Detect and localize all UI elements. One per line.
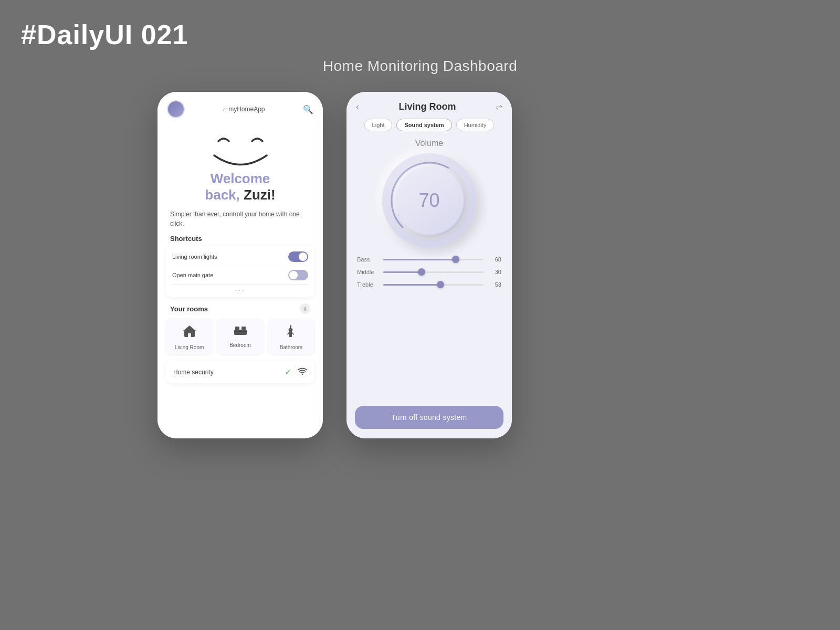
- toggle-lights[interactable]: [288, 251, 308, 262]
- room-icon-living: [183, 324, 196, 341]
- toggle-knob-gate: [289, 271, 298, 279]
- slider-thumb-middle[interactable]: [418, 268, 425, 276]
- knob-inner: 70: [395, 166, 464, 235]
- svg-point-13: [302, 374, 303, 375]
- bottom-btn-area: Turn off sound system: [346, 406, 512, 438]
- back-button[interactable]: ‹: [356, 101, 359, 112]
- shortcut-label-2: Open main gate: [172, 272, 213, 278]
- home-security-row: Home security ✓: [166, 361, 314, 383]
- rooms-label: Your rooms: [170, 305, 208, 313]
- slider-val-bass: 68: [489, 256, 501, 262]
- left-topbar: ⌂ myHomeApp 🔍: [158, 92, 323, 122]
- avatar: [167, 100, 185, 118]
- tab-humidity[interactable]: Humidity: [456, 119, 495, 131]
- tab-light[interactable]: Light: [364, 119, 393, 131]
- slider-fill-bass: [383, 259, 456, 260]
- slider-row-middle: Middle 30: [357, 269, 501, 275]
- security-label: Home security: [173, 369, 214, 376]
- shortcuts-box: Living room lights Open main gate ···: [166, 246, 314, 297]
- slider-label-middle: Middle: [357, 269, 378, 275]
- room-icon-bedroom: [234, 324, 247, 339]
- svg-rect-2: [188, 333, 191, 337]
- smiley-svg: [198, 127, 282, 169]
- slider-row-treble: Treble 53: [357, 281, 501, 288]
- room-name-living: Living Room: [175, 344, 204, 350]
- knob-area: 70: [346, 153, 512, 256]
- home-icon: ⌂: [223, 106, 226, 112]
- toggle-gate[interactable]: [288, 270, 308, 280]
- room-name-bedroom: Bedroom: [229, 342, 251, 348]
- right-phone: ‹ Living Room ⇌ Light Sound system Humid…: [346, 92, 512, 438]
- svg-rect-6: [242, 327, 246, 331]
- left-phone: ⌂ myHomeApp 🔍 Welcome back, Zuzi!: [158, 92, 323, 438]
- security-icons: ✓: [285, 367, 307, 377]
- volume-value: 70: [418, 190, 439, 212]
- app-name-label: myHomeApp: [228, 106, 265, 113]
- slider-fill-treble: [383, 284, 440, 286]
- slider-track-middle[interactable]: [383, 271, 484, 273]
- volume-label: Volume: [346, 139, 512, 148]
- page-tag: #DailyUI 021: [21, 19, 188, 50]
- search-icon[interactable]: 🔍: [303, 104, 313, 114]
- rooms-grid: Living Room Bedroom: [158, 318, 323, 361]
- app-name-row: ⌂ myHomeApp: [223, 106, 265, 113]
- welcome-line1: Welcome: [168, 171, 312, 187]
- add-room-button[interactable]: +: [300, 303, 310, 314]
- toggle-knob-lights: [299, 253, 307, 261]
- wifi-icon: [298, 368, 307, 376]
- slider-fill-middle: [383, 271, 422, 273]
- room-card-bedroom[interactable]: Bedroom: [217, 318, 264, 354]
- slider-val-treble: 53: [489, 281, 501, 288]
- room-title: Living Room: [399, 101, 456, 112]
- left-subtitle: Simpler than ever, controll your home wi…: [158, 207, 323, 233]
- room-card-living[interactable]: Living Room: [166, 318, 213, 354]
- slider-val-middle: 30: [489, 269, 501, 275]
- rooms-header: Your rooms +: [158, 302, 323, 318]
- more-dots: ···: [172, 285, 308, 294]
- shortcut-label-1: Living room lights: [172, 254, 217, 260]
- welcome-text: Welcome back, Zuzi!: [158, 171, 323, 207]
- slider-thumb-treble[interactable]: [437, 281, 444, 288]
- svg-marker-1: [183, 326, 196, 331]
- tabs-row: Light Sound system Humidity: [346, 119, 512, 139]
- svg-line-12: [292, 333, 293, 334]
- svg-line-10: [288, 333, 289, 334]
- sliders-section: Bass 68 Middle 30 Treble: [346, 256, 512, 296]
- room-card-bathroom[interactable]: Bathroom: [268, 318, 314, 354]
- sound-off-button[interactable]: Turn off sound system: [355, 406, 503, 429]
- shortcut-row-2: Open main gate: [172, 266, 308, 285]
- slider-label-bass: Bass: [357, 256, 378, 262]
- slider-track-bass[interactable]: [383, 259, 484, 260]
- welcome-line2: back, Zuzi!: [168, 187, 312, 203]
- page-subtitle: Home Monitoring Dashboard: [0, 58, 840, 75]
- shortcut-row: Living room lights: [172, 248, 308, 266]
- svg-rect-5: [235, 327, 239, 331]
- settings-icon[interactable]: ⇌: [496, 102, 502, 112]
- right-topbar: ‹ Living Room ⇌: [346, 92, 512, 119]
- slider-track-treble[interactable]: [383, 284, 484, 286]
- slider-label-treble: Treble: [357, 281, 378, 288]
- smiley-area: [158, 122, 323, 171]
- tab-sound-system[interactable]: Sound system: [396, 119, 452, 131]
- room-name-bathroom: Bathroom: [280, 344, 302, 350]
- volume-knob[interactable]: 70: [382, 153, 477, 248]
- slider-thumb-bass[interactable]: [452, 256, 459, 263]
- check-icon: ✓: [285, 367, 291, 377]
- slider-row-bass: Bass 68: [357, 256, 501, 262]
- room-icon-bathroom: [286, 324, 297, 341]
- shortcuts-label: Shortcuts: [158, 233, 323, 246]
